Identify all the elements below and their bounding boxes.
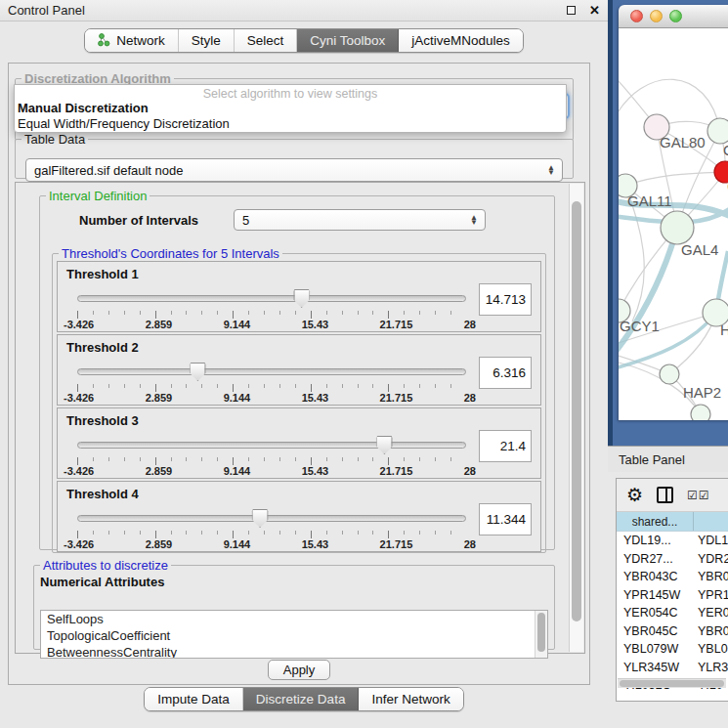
thresholds-group-title: Threshold's Coordinates for 5 Intervals [59,246,282,261]
control-panel-title: Control Panel [8,3,567,18]
network-nodes[interactable] [619,114,728,420]
network-node-top-right[interactable] [707,118,728,144]
node-label-gal4: GAL4 [681,241,718,258]
tab-style[interactable]: Style [179,29,235,52]
settings-scrollbar[interactable] [569,184,583,652]
screen: Control Panel ✕ Network Style [0,0,728,728]
slider-thumb[interactable] [252,509,269,528]
columns-icon[interactable] [657,487,673,503]
threshold-3-box: Threshold 3 -3.4262.8599.14415.4321.7152… [57,407,541,479]
threshold-1-slider[interactable]: -3.4262.8599.14415.4321.71528 [77,287,466,330]
slider-ticks [77,457,466,465]
table-header-row: shared... n [617,512,728,532]
column-header-shared-name[interactable]: shared... [617,512,694,531]
table-row[interactable]: YDL19...YDL1 [617,532,728,550]
control-panel-titlebar: Control Panel ✕ [0,0,608,21]
num-intervals-value: 5 [242,213,249,228]
close-icon[interactable]: ✕ [589,4,600,17]
tab-jactivemnodules[interactable]: jActiveMNodules [399,29,523,52]
close-traffic-light-icon[interactable] [630,10,643,22]
threshold-4-box: Threshold 4 -3.4262.8599.14415.4321.7152… [57,481,541,552]
table-row[interactable]: YLR345WYLR3 [617,659,728,677]
slider-thumb[interactable] [376,436,393,454]
tab-network-label: Network [116,33,165,48]
table-row[interactable]: YBR045CYBR0 [617,622,728,641]
algorithm-dropdown-popup: Select algorithm to view settings Manual… [14,84,567,133]
table-row[interactable]: YER054CYER0 [617,604,728,622]
slider-ticks [77,311,466,319]
tab-discretize-data[interactable]: Discretize Data [243,688,360,710]
apply-button[interactable]: Apply [268,660,330,680]
frame-edge [608,0,613,446]
checkbox-icons[interactable]: ☑☑ [687,489,710,502]
dropdown-option-equal-width[interactable]: Equal Width/Frequency Discretization [15,116,566,132]
combobox-stepper-icon: ▲▼ [547,166,555,175]
network-window-titlebar[interactable] [619,5,728,28]
node-label-partial: H [720,321,728,338]
slider-tick-labels: -3.4262.8599.14415.4321.71528 [64,319,476,330]
numerical-attributes-label: Numerical Attributes [40,575,554,589]
table-row[interactable]: YPR145WYPR1 [617,586,728,605]
list-item[interactable]: SelfLoops [41,611,547,627]
dropdown-option-manual[interactable]: Manual Discretization [15,101,566,116]
tab-impute-data[interactable]: Impute Data [145,688,243,710]
list-item[interactable]: TopologicalCoefficient [41,627,547,644]
threshold-3-value-field[interactable]: 21.4 [479,430,532,462]
top-tabbar: Network Style Select Cyni Toolbox jActiv… [0,23,608,57]
table-row[interactable]: YBR043CYBR0 [617,568,728,586]
slider-thumb[interactable] [293,289,310,308]
network-node-hap2[interactable] [660,364,679,384]
gear-icon[interactable]: ⚙ [626,486,643,504]
table-data-combobox[interactable]: galFiltered.sif default node ▲▼ [25,158,563,182]
node-table: shared... n YDL19...YDL1 YDR27...YDR2 YB… [617,512,728,695]
slider-track[interactable] [77,368,466,375]
slider-tick-labels: -3.4262.8599.14415.4321.71528 [64,465,476,477]
num-intervals-combobox[interactable]: 5 ▲▼ [234,209,486,231]
num-intervals-label: Number of Intervals [79,213,216,228]
table-data-title: Table Data [21,132,88,147]
table-panel-titlebar: Table Panel [608,446,728,472]
float-window-icon[interactable] [567,6,576,15]
threshold-3-slider[interactable]: -3.4262.8599.14415.4321.71528 [77,434,466,477]
threshold-1-box: Threshold 1 -3.4262.8599.14415.4321.7152… [57,261,541,332]
threshold-2-box: Threshold 2 -3.4262.8599.14415.4321.7152… [57,334,541,406]
threshold-4-value-field[interactable]: 11.344 [479,503,532,535]
table-row[interactable]: YDR27...YDR2 [617,550,728,569]
table-panel-body: ⚙ ☑☑ shared... n YDL19...YDL1 YDR27...YD… [608,472,728,728]
slider-tick-labels: -3.4262.8599.14415.4321.71528 [64,392,476,404]
list-scrollbar[interactable] [535,611,547,658]
slider-thumb[interactable] [190,363,206,381]
minimize-traffic-light-icon[interactable] [650,10,663,22]
tab-select[interactable]: Select [235,29,298,52]
tab-cyni-toolbox[interactable]: Cyni Toolbox [297,29,399,52]
control-panel-content: Discretization Algorithm Select algorith… [8,63,590,685]
settings-scroll-area: Interval Definition Number of Intervals … [15,182,585,654]
network-icon [98,33,110,47]
tab-infer-network[interactable]: Infer Network [359,688,462,710]
list-item[interactable]: BetweennessCentrality [41,644,547,659]
tab-network[interactable]: Network [85,29,179,52]
slider-ticks [77,531,466,538]
threshold-2-value-field[interactable]: 6.316 [479,357,532,389]
threshold-2-slider[interactable]: -3.4262.8599.14415.4321.71528 [77,361,466,404]
slider-tick-labels: -3.4262.8599.14415.4321.71528 [64,538,476,550]
node-label-partial: GA [723,142,728,158]
node-label-gal11: GAL11 [627,193,672,209]
slider-track[interactable] [77,442,466,449]
node-label-gcy1: GCY1 [620,318,660,334]
node-label-hap2: HAP2 [683,384,721,401]
network-node-bottom[interactable] [691,405,710,420]
column-header-name[interactable]: n [694,512,728,531]
table-row[interactable]: YBL079WYBL0 [617,640,728,659]
slider-track[interactable] [77,295,466,302]
network-canvas[interactable]: GAL80 GA C GAL11 GAL4 GCY1 H HAP2 [619,28,728,420]
dropdown-placeholder: Select algorithm to view settings [15,85,566,101]
zoom-traffic-light-icon[interactable] [669,10,682,22]
network-node-gal4[interactable] [661,211,694,244]
table-horizontal-scrollbar[interactable] [618,678,726,688]
attributes-group-title: Attributes to discretize [40,558,171,573]
threshold-1-value-field[interactable]: 14.713 [479,283,532,316]
threshold-4-slider[interactable]: -3.4262.8599.14415.4321.71528 [77,507,466,550]
network-window: GAL80 GA C GAL11 GAL4 GCY1 H HAP2 [619,5,728,420]
slider-track[interactable] [77,515,466,522]
